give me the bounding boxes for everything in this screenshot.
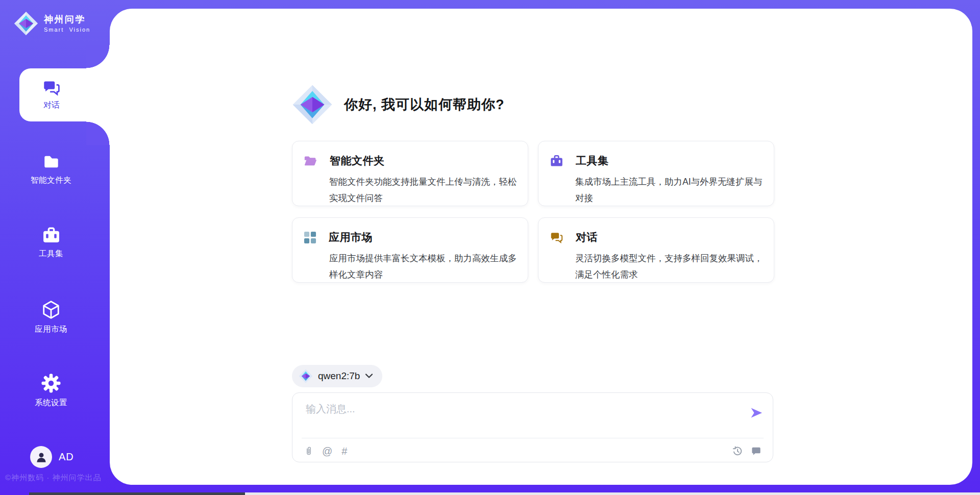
history-icon (732, 445, 743, 457)
chat-bubbles-icon (550, 231, 564, 244)
card-app-market[interactable]: 应用市场 应用市场提供丰富长文本模板，助力高效生成多样化文章内容 (292, 217, 528, 283)
brand-name-en: Smart Vision (44, 26, 90, 33)
card-title: 智能文件夹 (330, 154, 385, 168)
send-icon (750, 406, 763, 419)
toolbox-icon (42, 226, 61, 244)
feature-cards: 智能文件夹 智能文件夹功能支持批量文件上传与清洗，轻松实现文件问答 工具集 集成… (292, 141, 774, 283)
conversations-button[interactable] (751, 446, 762, 457)
chat-bubbles-icon (42, 79, 61, 96)
hashtag-button[interactable]: # (341, 446, 347, 456)
sidebar-item-label: 应用市场 (35, 324, 67, 335)
toolbox-icon (550, 154, 564, 167)
card-chat[interactable]: 对话 灵活切换多模型文件，支持多样回复效果调试，满足个性化需求 (538, 217, 774, 283)
greeting-title: 你好, 我可以如何帮助你? (344, 95, 505, 114)
user-initials: AD (59, 451, 74, 463)
sidebar-item-smart-folder[interactable]: 智能文件夹 (0, 153, 102, 186)
sidebar: 神州问学 Smart Vision 对话 智能文件夹 工具集 (0, 0, 110, 495)
sidebar-item-label: 工具集 (39, 249, 63, 259)
model-selector[interactable]: qwen2:7b (292, 365, 382, 387)
sidebar-item-label: 对话 (43, 100, 60, 111)
sidebar-item-app-market[interactable]: 应用市场 (0, 300, 102, 335)
brand-logo: 神州问学 Smart Vision (14, 11, 90, 36)
card-description: 集成市场上主流工具，助力AI与外界无缝扩展与对接 (575, 174, 764, 206)
mention-button[interactable]: @ (322, 446, 332, 456)
chevron-down-icon (365, 374, 373, 379)
sidebar-item-settings[interactable]: 系统设置 (0, 374, 102, 408)
attach-file-button[interactable] (305, 444, 313, 458)
avatar (30, 446, 52, 468)
bottom-edge-light (245, 492, 980, 495)
composer-divider (302, 438, 764, 438)
copyright-text: ©神州数码 · 神州问学出品 (5, 473, 101, 483)
brand-diamond-icon (292, 84, 333, 125)
card-title: 应用市场 (329, 230, 373, 244)
sidebar-item-chat[interactable]: 对话 (19, 68, 110, 121)
message-input[interactable] (305, 401, 736, 435)
card-description: 智能文件夹功能支持批量文件上传与清洗，轻松实现文件问答 (329, 174, 518, 206)
model-name: qwen2:7b (318, 370, 360, 382)
brand-diamond-icon (14, 11, 38, 36)
card-description: 灵活切换多模型文件，支持多样回复效果调试，满足个性化需求 (575, 250, 764, 283)
tab-fillet-top (86, 45, 110, 68)
cube-icon (42, 300, 60, 319)
folder-open-icon (304, 155, 317, 167)
chat-home-content: 你好, 我可以如何帮助你? 智能文件夹 智能文件夹功能支持批量文件上传与清洗，轻… (292, 9, 774, 485)
gear-icon (41, 374, 61, 393)
sidebar-item-label: 系统设置 (35, 398, 67, 408)
model-diamond-icon (299, 369, 313, 383)
greeting-block: 你好, 我可以如何帮助你? (292, 84, 505, 125)
user-profile[interactable]: AD (30, 446, 74, 468)
person-icon (35, 451, 48, 464)
sidebar-item-label: 智能文件夹 (31, 175, 71, 186)
bottom-edge-dark (29, 492, 245, 495)
card-toolset[interactable]: 工具集 集成市场上主流工具，助力AI与外界无缝扩展与对接 (538, 141, 774, 206)
card-smart-folder[interactable]: 智能文件夹 智能文件夹功能支持批量文件上传与清洗，轻松实现文件问答 (292, 141, 528, 206)
at-icon: @ (322, 446, 332, 456)
folder-icon (42, 153, 61, 170)
sidebar-item-toolset[interactable]: 工具集 (0, 226, 102, 259)
card-title: 对话 (576, 230, 598, 244)
paperclip-icon (305, 444, 313, 458)
composer-toolbar: @ # (305, 443, 762, 459)
message-composer: @ # (292, 392, 773, 462)
grid-icon (304, 231, 316, 244)
main-panel: 你好, 我可以如何帮助你? 智能文件夹 智能文件夹功能支持批量文件上传与清洗，轻… (110, 9, 972, 485)
card-title: 工具集 (576, 154, 609, 168)
hash-icon: # (341, 446, 347, 456)
chat-square-icon (751, 446, 762, 457)
send-button[interactable] (749, 406, 764, 420)
card-description: 应用市场提供丰富长文本模板，助力高效生成多样化文章内容 (329, 250, 518, 283)
brand-name-cn: 神州问学 (44, 14, 90, 25)
history-button[interactable] (732, 445, 743, 457)
tab-fillet-bottom (86, 121, 110, 145)
